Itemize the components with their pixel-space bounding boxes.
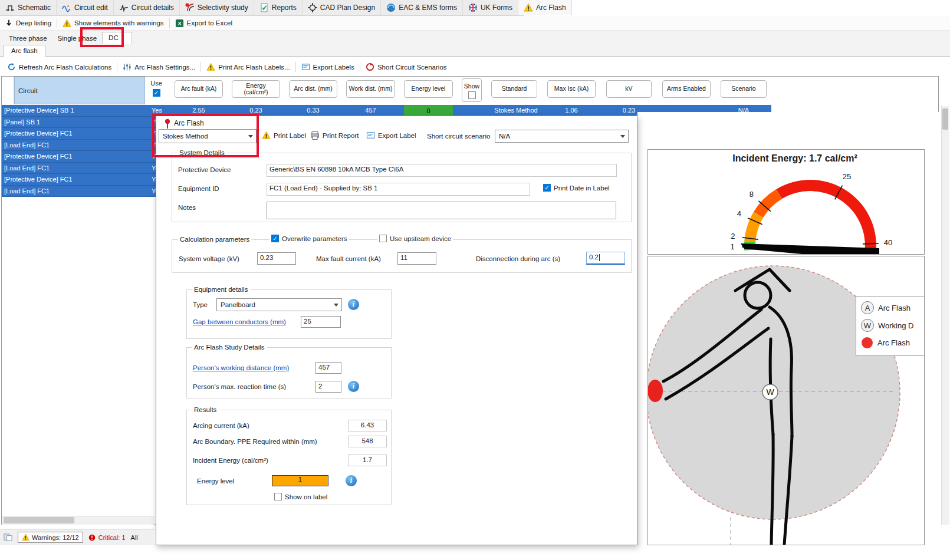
column-header-work-dist[interactable]: Work dist. (mm) xyxy=(346,80,395,98)
equipment-id-field[interactable]: FC1 (Load End) - Supplied by: SB 1 xyxy=(267,183,530,196)
disconnection-input[interactable]: 0.2 xyxy=(586,252,625,265)
warning-icon xyxy=(262,131,271,140)
column-header-max-isc[interactable]: Max Isc (kA) xyxy=(547,80,596,98)
system-details-title: System Details xyxy=(177,149,227,156)
tab-single-phase[interactable]: Single phase xyxy=(52,33,103,44)
panel-toggle-icon[interactable] xyxy=(4,533,12,542)
print-arc-flash-labels-button[interactable]: Print Arc Flash Labels... xyxy=(206,62,290,71)
max-fault-current-input[interactable]: 11 xyxy=(397,252,436,265)
gauge-segment xyxy=(776,180,876,251)
tab-label: Arc Flash xyxy=(536,4,566,12)
tab-circuit-edit[interactable]: Circuit edit xyxy=(57,0,114,15)
show-on-label-text: Show on label xyxy=(285,493,327,500)
info-icon[interactable]: i xyxy=(348,299,359,310)
tab-circuit-details[interactable]: Circuit details xyxy=(114,0,180,15)
warnings-count: Warnings: 12/12 xyxy=(32,534,79,541)
short-circuit-scenarios-button[interactable]: Short Circuit Scenarios xyxy=(366,62,447,71)
pin-icon[interactable] xyxy=(163,118,172,129)
critical-count: Critical: 1 xyxy=(98,534,126,541)
use-upstream-device-checkbox[interactable] xyxy=(379,235,387,242)
warnings-filter-button[interactable]: Warnings: 12/12 xyxy=(18,532,83,543)
separator xyxy=(169,18,170,28)
column-header-circuit[interactable]: Circuit xyxy=(14,77,145,104)
use-all-checkbox[interactable] xyxy=(153,89,160,97)
column-header-arms-enabled[interactable]: Arms Enabled xyxy=(662,80,711,98)
row-standard: Stokes Method xyxy=(491,107,541,114)
scenarios-icon xyxy=(366,62,374,71)
quick-toolbar: Deep listing Show elements with warnings… xyxy=(0,16,950,31)
tab-eac-ems-forms[interactable]: EAC & EMS forms xyxy=(381,0,463,15)
overwrite-parameters-checkbox[interactable] xyxy=(271,235,279,242)
working-distance-link[interactable]: Person's working distance (mm) xyxy=(193,364,289,371)
gap-input[interactable]: 25 xyxy=(301,316,341,328)
working-distance-input[interactable]: 457 xyxy=(315,362,341,374)
tab-selectivity-study[interactable]: Selectivity study xyxy=(180,0,254,15)
notes-field[interactable] xyxy=(267,202,616,219)
protective-device-field[interactable]: Generic\BS EN 60898 10kA MCB Type C\6A xyxy=(267,164,617,177)
export-excel-button[interactable]: X Export to Excel xyxy=(175,19,232,28)
tab-uk-forms[interactable]: UK Forms xyxy=(463,0,518,15)
max-fault-current-label: Max fault current (kA) xyxy=(316,255,381,262)
tab-three-phase[interactable]: Three phase xyxy=(4,33,52,44)
refresh-calculations-button[interactable]: Refresh Arc Flash Calculations xyxy=(7,62,111,71)
column-header-energy-level[interactable]: Energy level xyxy=(404,80,453,98)
eac-icon xyxy=(386,3,396,12)
critical-filter-button[interactable]: Critical: 1 xyxy=(88,534,126,541)
gauge-tick-label: 4 xyxy=(737,209,741,218)
tab-arc-flash-sub[interactable]: Arc flash xyxy=(4,45,45,57)
deep-listing-button[interactable]: Deep listing xyxy=(5,19,51,27)
tab-cad-plan-design[interactable]: CAD Plan Design xyxy=(303,0,381,15)
gauge-arcs xyxy=(744,180,876,251)
method-dropdown[interactable]: Stokes Method xyxy=(159,129,257,143)
info-icon[interactable]: i xyxy=(346,475,357,486)
print-report-button[interactable]: Print Report xyxy=(310,131,359,140)
printer-icon xyxy=(310,131,320,140)
gauge-title: Incident Energy: 1.7 cal/cm² xyxy=(648,153,924,164)
arc-flash-settings-button[interactable]: Arc Flash Settings... xyxy=(123,62,195,71)
column-header-arc-dist[interactable]: Arc dist. (mm) xyxy=(289,80,337,98)
overwrite-label: Overwrite parameters xyxy=(282,235,347,242)
column-header-scenario[interactable]: Scenario xyxy=(721,80,767,98)
study-details-group: Arc Flash Study Details Person's working… xyxy=(186,347,392,398)
vertical-scrollbar-thumb[interactable] xyxy=(942,108,948,130)
tab-reports[interactable]: Reports xyxy=(254,0,303,15)
info-icon[interactable]: i xyxy=(348,381,359,392)
scenarios-label: Short Circuit Scenarios xyxy=(377,64,447,71)
print-date-checkbox[interactable] xyxy=(543,184,551,192)
arc-flash-detail-panel: Arc Flash Stokes Method Print Label Prin… xyxy=(156,116,637,545)
upstream-checkbox-row: Use upsteam device xyxy=(377,235,453,242)
export-labels-button[interactable]: Export Labels xyxy=(301,62,354,71)
column-header-use[interactable]: Use xyxy=(145,77,167,104)
column-header-energy[interactable]: Energy (cal/cm²) xyxy=(232,80,280,98)
column-header-standard[interactable]: Standard xyxy=(491,80,537,98)
show-all-checkbox[interactable] xyxy=(468,91,476,99)
vertical-scrollbar[interactable] xyxy=(941,106,949,525)
column-header-arc-fault[interactable]: Arc fault (kA) xyxy=(175,80,223,98)
tab-label: Circuit details xyxy=(132,4,174,12)
equipment-type-dropdown[interactable]: Panelboard xyxy=(216,298,342,311)
tab-arc-flash[interactable]: Arc Flash xyxy=(518,0,572,15)
gauge-tick-label: 25 xyxy=(843,172,851,181)
tab-dc[interactable]: DC xyxy=(102,32,132,44)
horizontal-scrollbar-thumb[interactable] xyxy=(4,517,74,523)
show-warnings-button[interactable]: Show elements with warnings xyxy=(63,19,164,28)
reaction-time-input[interactable]: 2 xyxy=(315,381,341,393)
row-circuit: [Protective Device] FC1 xyxy=(4,176,73,183)
print-label-button[interactable]: Print Label xyxy=(262,131,306,140)
export-label-button[interactable]: Export Label xyxy=(366,131,416,140)
gap-between-conductors-link[interactable]: Gap between conductors (mm) xyxy=(193,318,286,325)
print-date-label: Print Date in Label xyxy=(554,185,610,192)
legend-label: Arc Flash xyxy=(878,304,910,312)
column-header-show[interactable]: Show xyxy=(462,78,482,102)
arcing-current-field: 6.43 xyxy=(348,420,387,431)
tab-schematic[interactable]: Schematic xyxy=(0,0,57,15)
scenario-value: N/A xyxy=(499,133,510,140)
column-header-kv[interactable]: kV xyxy=(606,80,652,98)
all-filter-button[interactable]: All xyxy=(131,534,138,541)
print-date-checkbox-row: Print Date in Label xyxy=(541,184,612,192)
cad-crosshair-icon xyxy=(308,3,317,12)
main-tab-bar: Schematic Circuit edit Circuit details S… xyxy=(0,0,524,16)
system-voltage-input[interactable]: 0.23 xyxy=(257,252,296,265)
show-on-label-checkbox[interactable] xyxy=(274,493,282,500)
scenario-dropdown[interactable]: N/A xyxy=(495,130,629,143)
